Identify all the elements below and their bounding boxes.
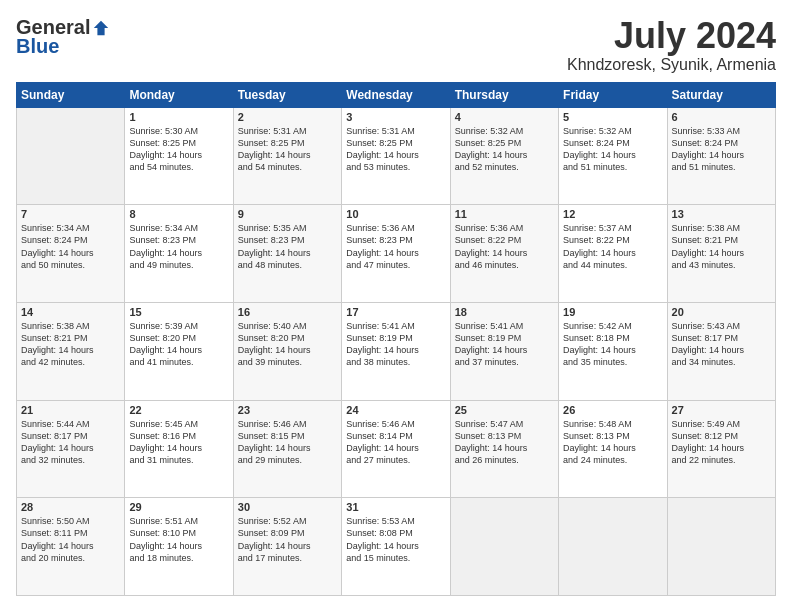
day-number: 18 <box>455 306 554 318</box>
calendar-cell: 29Sunrise: 5:51 AM Sunset: 8:10 PM Dayli… <box>125 498 233 596</box>
svg-marker-0 <box>94 20 108 34</box>
calendar-header: SundayMondayTuesdayWednesdayThursdayFrid… <box>17 82 776 107</box>
week-row-2: 14Sunrise: 5:38 AM Sunset: 8:21 PM Dayli… <box>17 302 776 400</box>
weekday-row: SundayMondayTuesdayWednesdayThursdayFrid… <box>17 82 776 107</box>
calendar-cell: 13Sunrise: 5:38 AM Sunset: 8:21 PM Dayli… <box>667 205 775 303</box>
weekday-header-wednesday: Wednesday <box>342 82 450 107</box>
location-subtitle: Khndzoresk, Syunik, Armenia <box>567 56 776 74</box>
day-info: Sunrise: 5:40 AM Sunset: 8:20 PM Dayligh… <box>238 320 337 369</box>
calendar-cell: 25Sunrise: 5:47 AM Sunset: 8:13 PM Dayli… <box>450 400 558 498</box>
day-number: 31 <box>346 501 445 513</box>
calendar-cell: 3Sunrise: 5:31 AM Sunset: 8:25 PM Daylig… <box>342 107 450 205</box>
calendar-cell: 31Sunrise: 5:53 AM Sunset: 8:08 PM Dayli… <box>342 498 450 596</box>
week-row-3: 21Sunrise: 5:44 AM Sunset: 8:17 PM Dayli… <box>17 400 776 498</box>
week-row-0: 1Sunrise: 5:30 AM Sunset: 8:25 PM Daylig… <box>17 107 776 205</box>
day-number: 7 <box>21 208 120 220</box>
calendar-cell: 19Sunrise: 5:42 AM Sunset: 8:18 PM Dayli… <box>559 302 667 400</box>
calendar-cell: 28Sunrise: 5:50 AM Sunset: 8:11 PM Dayli… <box>17 498 125 596</box>
day-number: 21 <box>21 404 120 416</box>
day-info: Sunrise: 5:51 AM Sunset: 8:10 PM Dayligh… <box>129 515 228 564</box>
calendar-cell: 20Sunrise: 5:43 AM Sunset: 8:17 PM Dayli… <box>667 302 775 400</box>
day-number: 29 <box>129 501 228 513</box>
day-info: Sunrise: 5:43 AM Sunset: 8:17 PM Dayligh… <box>672 320 771 369</box>
day-number: 4 <box>455 111 554 123</box>
day-number: 23 <box>238 404 337 416</box>
day-number: 27 <box>672 404 771 416</box>
logo-blue: Blue <box>16 35 59 58</box>
day-number: 8 <box>129 208 228 220</box>
day-info: Sunrise: 5:41 AM Sunset: 8:19 PM Dayligh… <box>346 320 445 369</box>
day-number: 17 <box>346 306 445 318</box>
calendar-table: SundayMondayTuesdayWednesdayThursdayFrid… <box>16 82 776 596</box>
calendar-cell: 23Sunrise: 5:46 AM Sunset: 8:15 PM Dayli… <box>233 400 341 498</box>
day-info: Sunrise: 5:41 AM Sunset: 8:19 PM Dayligh… <box>455 320 554 369</box>
header: General Blue July 2024 Khndzoresk, Syuni… <box>16 16 776 74</box>
calendar-cell: 18Sunrise: 5:41 AM Sunset: 8:19 PM Dayli… <box>450 302 558 400</box>
calendar-cell: 30Sunrise: 5:52 AM Sunset: 8:09 PM Dayli… <box>233 498 341 596</box>
calendar-cell: 22Sunrise: 5:45 AM Sunset: 8:16 PM Dayli… <box>125 400 233 498</box>
calendar-cell: 9Sunrise: 5:35 AM Sunset: 8:23 PM Daylig… <box>233 205 341 303</box>
day-number: 11 <box>455 208 554 220</box>
weekday-header-saturday: Saturday <box>667 82 775 107</box>
day-info: Sunrise: 5:46 AM Sunset: 8:15 PM Dayligh… <box>238 418 337 467</box>
day-info: Sunrise: 5:35 AM Sunset: 8:23 PM Dayligh… <box>238 222 337 271</box>
calendar-cell <box>17 107 125 205</box>
day-info: Sunrise: 5:53 AM Sunset: 8:08 PM Dayligh… <box>346 515 445 564</box>
day-number: 13 <box>672 208 771 220</box>
title-block: July 2024 Khndzoresk, Syunik, Armenia <box>567 16 776 74</box>
week-row-1: 7Sunrise: 5:34 AM Sunset: 8:24 PM Daylig… <box>17 205 776 303</box>
day-info: Sunrise: 5:47 AM Sunset: 8:13 PM Dayligh… <box>455 418 554 467</box>
calendar-cell: 21Sunrise: 5:44 AM Sunset: 8:17 PM Dayli… <box>17 400 125 498</box>
week-row-4: 28Sunrise: 5:50 AM Sunset: 8:11 PM Dayli… <box>17 498 776 596</box>
day-info: Sunrise: 5:34 AM Sunset: 8:23 PM Dayligh… <box>129 222 228 271</box>
logo-icon <box>92 19 110 37</box>
weekday-header-thursday: Thursday <box>450 82 558 107</box>
calendar-cell: 6Sunrise: 5:33 AM Sunset: 8:24 PM Daylig… <box>667 107 775 205</box>
calendar-cell: 17Sunrise: 5:41 AM Sunset: 8:19 PM Dayli… <box>342 302 450 400</box>
day-number: 3 <box>346 111 445 123</box>
calendar-cell <box>450 498 558 596</box>
calendar-cell: 5Sunrise: 5:32 AM Sunset: 8:24 PM Daylig… <box>559 107 667 205</box>
day-info: Sunrise: 5:31 AM Sunset: 8:25 PM Dayligh… <box>238 125 337 174</box>
calendar-cell: 14Sunrise: 5:38 AM Sunset: 8:21 PM Dayli… <box>17 302 125 400</box>
day-number: 14 <box>21 306 120 318</box>
calendar-cell: 24Sunrise: 5:46 AM Sunset: 8:14 PM Dayli… <box>342 400 450 498</box>
day-number: 2 <box>238 111 337 123</box>
day-number: 28 <box>21 501 120 513</box>
calendar-cell: 7Sunrise: 5:34 AM Sunset: 8:24 PM Daylig… <box>17 205 125 303</box>
calendar-cell: 10Sunrise: 5:36 AM Sunset: 8:23 PM Dayli… <box>342 205 450 303</box>
day-number: 5 <box>563 111 662 123</box>
calendar-cell: 15Sunrise: 5:39 AM Sunset: 8:20 PM Dayli… <box>125 302 233 400</box>
calendar-cell: 11Sunrise: 5:36 AM Sunset: 8:22 PM Dayli… <box>450 205 558 303</box>
calendar-cell: 2Sunrise: 5:31 AM Sunset: 8:25 PM Daylig… <box>233 107 341 205</box>
day-number: 30 <box>238 501 337 513</box>
day-info: Sunrise: 5:39 AM Sunset: 8:20 PM Dayligh… <box>129 320 228 369</box>
day-info: Sunrise: 5:45 AM Sunset: 8:16 PM Dayligh… <box>129 418 228 467</box>
day-number: 9 <box>238 208 337 220</box>
weekday-header-sunday: Sunday <box>17 82 125 107</box>
day-info: Sunrise: 5:44 AM Sunset: 8:17 PM Dayligh… <box>21 418 120 467</box>
day-info: Sunrise: 5:52 AM Sunset: 8:09 PM Dayligh… <box>238 515 337 564</box>
day-number: 19 <box>563 306 662 318</box>
day-number: 25 <box>455 404 554 416</box>
calendar-cell <box>559 498 667 596</box>
day-number: 16 <box>238 306 337 318</box>
logo: General Blue <box>16 16 110 58</box>
day-number: 22 <box>129 404 228 416</box>
day-info: Sunrise: 5:46 AM Sunset: 8:14 PM Dayligh… <box>346 418 445 467</box>
day-info: Sunrise: 5:37 AM Sunset: 8:22 PM Dayligh… <box>563 222 662 271</box>
day-info: Sunrise: 5:36 AM Sunset: 8:22 PM Dayligh… <box>455 222 554 271</box>
day-info: Sunrise: 5:49 AM Sunset: 8:12 PM Dayligh… <box>672 418 771 467</box>
day-info: Sunrise: 5:50 AM Sunset: 8:11 PM Dayligh… <box>21 515 120 564</box>
calendar-cell: 27Sunrise: 5:49 AM Sunset: 8:12 PM Dayli… <box>667 400 775 498</box>
day-info: Sunrise: 5:31 AM Sunset: 8:25 PM Dayligh… <box>346 125 445 174</box>
day-info: Sunrise: 5:34 AM Sunset: 8:24 PM Dayligh… <box>21 222 120 271</box>
day-number: 24 <box>346 404 445 416</box>
day-info: Sunrise: 5:38 AM Sunset: 8:21 PM Dayligh… <box>672 222 771 271</box>
day-number: 15 <box>129 306 228 318</box>
day-info: Sunrise: 5:32 AM Sunset: 8:24 PM Dayligh… <box>563 125 662 174</box>
calendar-cell: 8Sunrise: 5:34 AM Sunset: 8:23 PM Daylig… <box>125 205 233 303</box>
day-number: 1 <box>129 111 228 123</box>
calendar-cell: 4Sunrise: 5:32 AM Sunset: 8:25 PM Daylig… <box>450 107 558 205</box>
calendar-cell: 16Sunrise: 5:40 AM Sunset: 8:20 PM Dayli… <box>233 302 341 400</box>
